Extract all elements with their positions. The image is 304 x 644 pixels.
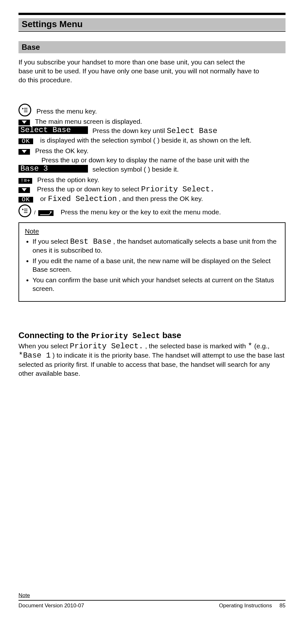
lcd-base3: Base 3 (18, 165, 88, 173)
intro-paragraph: If you subscribe your handset to more th… (18, 58, 286, 85)
intro-line-1: If you subscribe your handset to more th… (18, 58, 286, 67)
step6c: , and then press the OK key. (119, 195, 203, 202)
step7b: key to exit the menu mode. (141, 208, 221, 216)
intro-line-3: do this procedure. (18, 76, 286, 85)
power-key-icon (38, 210, 54, 216)
asterisk-mark: * (248, 342, 252, 351)
step7a: Press the menu key or the (61, 208, 141, 216)
running-head: Settings Menu (18, 18, 286, 30)
menu-key-icon (18, 104, 31, 116)
top-rule (18, 13, 286, 15)
step4-mid: selection symbol ( ) beside it. (88, 165, 286, 174)
fixed-selection-inline: Fixed Selection (48, 195, 117, 203)
step6a: Press the up or down key to select (37, 185, 141, 193)
priority-select-inline: Priority Select. (141, 185, 214, 194)
section-title: Base (22, 43, 40, 51)
options-key-icon: !≡+ (18, 178, 32, 184)
intro-line-2: base unit to be used. If you have only o… (18, 67, 286, 76)
step1-text-a: Press the menu key. (36, 107, 97, 115)
step1-text-b: The main menu screen is displayed. (35, 118, 142, 125)
step2-a: Press the down key until (92, 127, 167, 134)
note-box: Note If you select Best Base , the hands… (18, 222, 286, 302)
step4-lead: Press the up or down key to display the … (41, 156, 250, 164)
note-item-2: If you edit the name of a base unit, the… (33, 256, 279, 274)
step6b: or (40, 195, 48, 202)
step3-text: Press the OK key. (35, 147, 89, 154)
ok-key-2: OK (18, 197, 33, 203)
svg-rect-3 (24, 112, 27, 112)
footer-page: 85 (279, 603, 286, 609)
priority-paragraph: When you select Priority Select. , the s… (18, 342, 286, 378)
section-title-bar: Base (18, 41, 286, 53)
priority-section-title: Connecting to the Priority Select base (18, 330, 286, 340)
svg-rect-7 (24, 212, 27, 213)
select-base-inline: Select Base (167, 127, 217, 135)
menu-key-icon-2 (18, 204, 31, 217)
step2-b: is displayed with the selection symbol (… (38, 137, 251, 144)
step5-text: Press the option key. (37, 176, 99, 183)
running-head-text: Settings Menu (22, 19, 83, 29)
base1-code: *Base 1 (18, 351, 51, 360)
svg-rect-6 (24, 211, 27, 211)
note-item-3: You can confirm the base unit which your… (33, 276, 279, 293)
thin-rule (18, 31, 286, 32)
ok-key-1: OK (18, 138, 33, 144)
svg-rect-1 (24, 108, 27, 109)
svg-rect-5 (24, 209, 27, 210)
footer-left: Document Version 2010-07 (18, 603, 84, 609)
down-key (18, 120, 30, 125)
note-item-1: If you select Best Base , the handset au… (33, 237, 279, 255)
priority-title-code: Priority Select (91, 332, 160, 340)
down-key-3 (18, 187, 30, 193)
down-key-2 (18, 149, 30, 155)
svg-marker-0 (22, 108, 24, 110)
best-base-code: Best Base (70, 237, 112, 246)
page-footer: Note Document Version 2010-07 Operating … (18, 592, 286, 609)
priority-select-code: Priority Select. (70, 342, 143, 351)
footer-right: Operating Instructions (219, 603, 272, 609)
footer-note-underline: Note (18, 592, 30, 598)
svg-marker-4 (22, 209, 24, 211)
svg-rect-2 (24, 110, 27, 110)
note-title: Note (25, 227, 39, 235)
lcd-select-base: Select Base (18, 126, 88, 134)
